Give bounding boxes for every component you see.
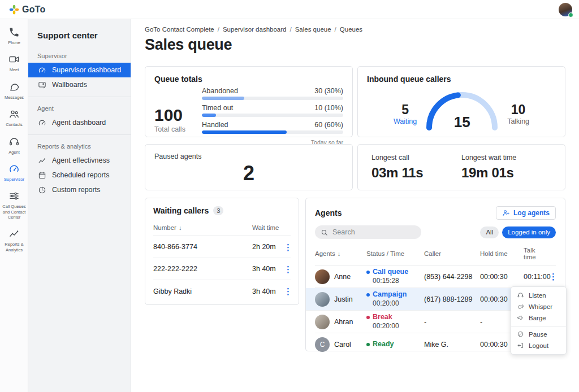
waiting-count: 5: [394, 103, 417, 116]
breadcrumb-item[interactable]: Queues: [340, 26, 362, 33]
rail-item-call-queues-and-contact-center[interactable]: Call Queues and Contact Center: [0, 190, 28, 220]
chat-icon: [8, 81, 20, 93]
rail-item-agent[interactable]: Agent: [0, 136, 28, 155]
waiting-caller-row: 222-222-2222 3h 40m ⋮: [153, 258, 291, 280]
filter-all-pill[interactable]: All: [480, 227, 499, 238]
sort-desc-icon: ↓: [338, 250, 341, 257]
waiting-caller-row: Gibby Radki 3h 40m ⋮: [153, 280, 291, 302]
agent-avatar: [315, 292, 330, 307]
rail-item-meet[interactable]: Meet: [0, 53, 28, 72]
logout-icon: [517, 342, 524, 350]
agents-table-header: Agents↓ Status / Time Caller Hold time T…: [315, 247, 556, 265]
column-caller[interactable]: Caller: [424, 250, 480, 257]
agent-hold-time: 00:00:30: [480, 273, 524, 281]
longest-call-label: Longest call: [371, 154, 461, 162]
column-agents[interactable]: Agents↓: [315, 250, 366, 257]
total-calls-value: 100: [154, 107, 195, 124]
calendar-icon: [37, 171, 46, 180]
agents-search[interactable]: [315, 225, 421, 239]
gauge-icon: [37, 118, 46, 127]
gauge-icon: [37, 66, 46, 75]
row-menu-icon[interactable]: ⋮: [284, 265, 292, 273]
rail-item-phone[interactable]: Phone: [0, 26, 28, 45]
menu-item-pause[interactable]: Pause: [511, 329, 566, 340]
sidebar-section-label: Supervisor: [28, 48, 131, 63]
whisper-icon: [517, 303, 524, 311]
sidebar-title: Support center: [28, 19, 131, 48]
log-agents-button[interactable]: Log agents: [496, 206, 556, 220]
column-status-time[interactable]: Status / Time: [366, 250, 424, 257]
breadcrumb-separator: /: [335, 26, 336, 33]
queue-bar: Timed out 10 (10%): [202, 104, 343, 117]
status-dot: [366, 293, 370, 297]
headphones-icon: [517, 291, 524, 300]
agent-name: Justin: [334, 295, 353, 303]
menu-item-whisper[interactable]: Whisper: [511, 301, 566, 312]
queue-bar-value: 10 (10%): [314, 104, 343, 112]
longest-wait-value: 19m 01s: [461, 165, 551, 181]
breadcrumb-item[interactable]: Supervisor dashboard: [223, 26, 287, 33]
column-wait-time[interactable]: Wait time: [252, 224, 284, 231]
caller-number: 222-222-2222: [153, 265, 252, 273]
queue-bar: Handled 60 (60%): [202, 121, 343, 134]
sort-desc-icon: ↓: [179, 224, 182, 231]
row-menu-icon[interactable]: ⋮: [549, 272, 558, 281]
queue-totals-card: Queue totals 100 Total calls Abandoned 3…: [145, 66, 353, 137]
waiting-callers-header: Number↓ Wait time: [153, 224, 291, 236]
caller-wait-time: 3h 40m: [252, 288, 284, 295]
menu-item-barge[interactable]: Barge: [511, 312, 566, 324]
sidebar-section: Supervisor Supervisor dashboard Wallboar…: [28, 48, 131, 97]
sidebar-item-scheduled-reports[interactable]: Scheduled reports: [28, 168, 131, 182]
rail-item-contacts[interactable]: Contacts: [0, 108, 28, 127]
inbound-gauge: 15: [422, 87, 502, 131]
row-menu-icon[interactable]: ⋮: [284, 287, 292, 295]
queue-bar-fill: [202, 97, 244, 100]
breadcrumb-separator: /: [218, 26, 219, 33]
menu-item-listen[interactable]: Listen: [511, 290, 566, 301]
paused-agents-label: Paused agents: [154, 153, 343, 160]
search-input[interactable]: [332, 228, 416, 236]
row-menu-icon[interactable]: ⋮: [284, 243, 292, 251]
sidebar-item-agent-dashboard[interactable]: Agent dashboard: [28, 115, 131, 130]
queue-bar-track: [202, 114, 343, 117]
sidebar-section-label: Reports & analytics: [28, 138, 131, 153]
rail-item-reports-analytics[interactable]: Reports & Analytics: [0, 228, 28, 252]
agent-caller: (853) 644-2298: [424, 273, 480, 281]
filter-logged-in-pill[interactable]: Logged in only: [502, 227, 556, 238]
status-dot: [366, 271, 370, 274]
megaphone-icon: [517, 314, 524, 323]
sidebar-item-custom-reports[interactable]: Custom reports: [28, 182, 131, 197]
goto-logo[interactable]: GoTo: [9, 5, 45, 15]
trend-icon: [8, 228, 20, 240]
agent-avatar: [315, 269, 330, 284]
sidebar-section: Reports & analytics Agent effectivness S…: [28, 138, 131, 202]
sidebar: Support center Supervisor Supervisor das…: [28, 19, 131, 392]
caller-wait-time: 2h 20m: [252, 243, 284, 251]
phone-icon: [8, 26, 20, 38]
user-avatar[interactable]: [559, 3, 572, 16]
rail-item-messages[interactable]: Messages: [0, 81, 28, 100]
column-hold-time[interactable]: Hold time: [480, 250, 524, 257]
paused-agents-card: Paused agents 2: [145, 144, 353, 190]
waiting-caller-row: 840-866-3774 2h 20m ⋮: [153, 236, 291, 258]
breadcrumb-item[interactable]: GoTo Contact Complete: [145, 26, 214, 33]
agents-title: Agents: [315, 208, 342, 217]
agent-name: Carol: [334, 341, 351, 349]
agent-status-time: 00:20:00: [373, 299, 399, 307]
sidebar-item-wallboards[interactable]: Wallboards: [28, 77, 131, 92]
video-icon: [8, 53, 20, 66]
breadcrumb-item[interactable]: Sales queue: [295, 26, 331, 33]
column-number[interactable]: Number↓: [153, 224, 252, 231]
column-talk-time[interactable]: Talk time: [524, 247, 549, 260]
agent-row[interactable]: Anne Call queue 00:15:28 (853) 644-2298 …: [315, 265, 556, 288]
agent-caller: (617) 888-1289: [424, 295, 480, 303]
trend-icon: [37, 156, 46, 165]
queue-bar-label: Handled: [202, 121, 228, 129]
pause-ban-icon: [517, 330, 524, 339]
agent-context-menu: Listen Whisper Barge Pause Logout: [511, 286, 567, 355]
sidebar-item-agent-effectivness[interactable]: Agent effectivness: [28, 153, 131, 168]
menu-item-logout[interactable]: Logout: [511, 340, 566, 351]
agent-status: Campaign: [373, 290, 407, 299]
sidebar-item-supervisor-dashboard[interactable]: Supervisor dashboard: [28, 63, 131, 77]
rail-item-supervisor[interactable]: Supervisor: [0, 163, 28, 182]
